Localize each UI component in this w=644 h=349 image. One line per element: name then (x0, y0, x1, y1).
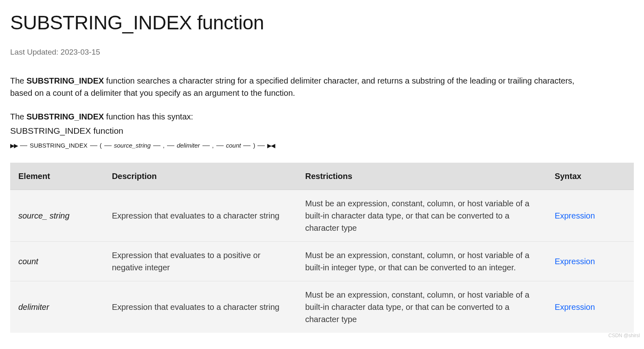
syntax-dash (216, 146, 224, 146)
syntax-dash (104, 146, 112, 146)
syntax-comma: , (212, 141, 214, 150)
syntax-dash (153, 146, 160, 146)
header-syntax: Syntax (547, 163, 634, 190)
page-title: SUBSTRING_INDEX function (10, 8, 634, 38)
intro-prefix: The (10, 76, 26, 85)
function-label: SUBSTRING_INDEX function (10, 124, 634, 137)
cell-restrictions: Must be an expression, constant, column,… (297, 241, 546, 281)
syntax-dash (167, 146, 174, 146)
expression-link[interactable]: Expression (555, 211, 595, 220)
syntax-dash (90, 146, 97, 146)
cell-syntax: Expression (547, 190, 634, 241)
syntax-intro-rest: function has this syntax: (104, 112, 193, 121)
cell-element: delimiter (10, 281, 104, 333)
syntax-close-paren: ) (253, 141, 255, 150)
cell-restrictions: Must be an expression, constant, column,… (297, 190, 546, 241)
syntax-dash (257, 146, 265, 146)
parameters-table: Element Description Restrictions Syntax … (10, 163, 634, 333)
watermark: CSDN @shirsl (608, 332, 640, 339)
expression-link[interactable]: Expression (555, 257, 595, 266)
table-header-row: Element Description Restrictions Syntax (10, 163, 634, 190)
cell-element: count (10, 241, 104, 281)
syntax-dash (20, 146, 27, 146)
syntax-param-source: source_string (114, 141, 151, 150)
header-restrictions: Restrictions (297, 163, 546, 190)
syntax-dash (202, 146, 210, 146)
syntax-param-count: count (226, 141, 241, 150)
cell-syntax: Expression (547, 281, 634, 333)
intro-paragraph: The SUBSTRING_INDEX function searches a … (10, 75, 593, 99)
syntax-open-paren: ( (100, 141, 102, 150)
syntax-param-delimiter: delimiter (177, 141, 200, 150)
syntax-diagram: ▶▶ SUBSTRING_INDEX ( source_string , del… (10, 141, 634, 150)
cell-description: Expression that evaluates to a positive … (104, 241, 297, 281)
expression-link[interactable]: Expression (555, 303, 595, 311)
table-row: source_ string Expression that evaluates… (10, 190, 634, 241)
syntax-intro-bold: SUBSTRING_INDEX (26, 112, 104, 121)
cell-element: source_ string (10, 190, 104, 241)
syntax-keyword: SUBSTRING_INDEX (30, 141, 88, 150)
table-row: delimiter Expression that evaluates to a… (10, 281, 634, 333)
syntax-comma: , (163, 141, 165, 150)
syntax-start-icon: ▶▶ (10, 141, 18, 150)
last-updated: Last Updated: 2023-03-15 (10, 46, 634, 58)
cell-restrictions: Must be an expression, constant, column,… (297, 281, 546, 333)
cell-syntax: Expression (547, 241, 634, 281)
table-row: count Expression that evaluates to a pos… (10, 241, 634, 281)
cell-description: Expression that evaluates to a character… (104, 190, 297, 241)
cell-description: Expression that evaluates to a character… (104, 281, 297, 333)
syntax-end-icon: ▶◀ (267, 141, 275, 150)
syntax-intro-prefix: The (10, 112, 26, 121)
header-element: Element (10, 163, 104, 190)
header-description: Description (104, 163, 297, 190)
syntax-intro: The SUBSTRING_INDEX function has this sy… (10, 110, 634, 123)
syntax-dash (243, 146, 251, 146)
intro-bold: SUBSTRING_INDEX (26, 76, 104, 85)
